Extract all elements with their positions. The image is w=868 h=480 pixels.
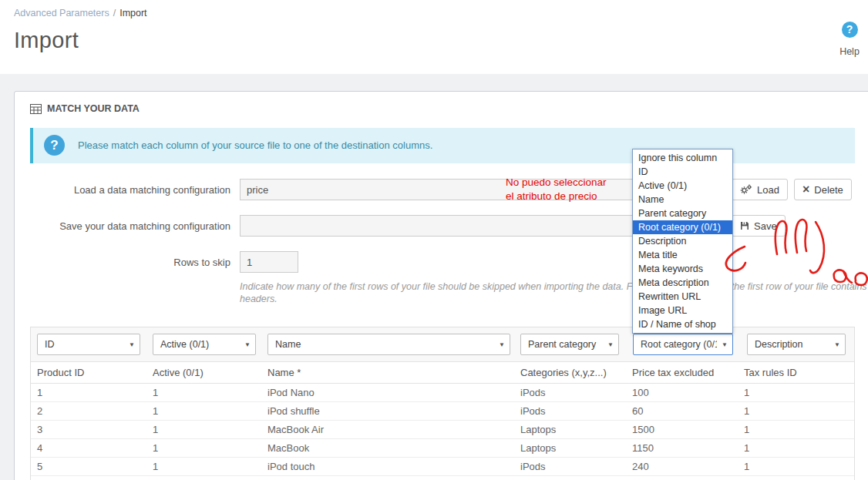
column-select-1-value: ID	[45, 339, 124, 350]
cell: iPod touch	[261, 458, 514, 476]
alert-message: Please match each column of your source …	[78, 139, 432, 151]
handwritten-note: No puedo seleccionar el atributo de prec…	[506, 176, 607, 203]
column-select-4-value: Parent category	[528, 339, 603, 350]
floppy-disk-icon	[740, 221, 749, 230]
chevron-down-icon: ▼	[499, 341, 505, 348]
table-row: 5 1 iPod touch iPods 240 1	[31, 458, 854, 476]
rows-to-skip-input[interactable]	[240, 251, 298, 273]
match-your-data-panel: MATCH YOUR DATA ? Please match each colu…	[14, 91, 868, 480]
dropdown-option[interactable]: Active (0/1)	[633, 179, 732, 193]
cell: 1	[738, 421, 854, 439]
column-header: Active (0/1)	[146, 362, 261, 384]
preview-table: Product ID Active (0/1) Name * Categorie…	[31, 362, 854, 480]
column-select-2-value: Active (0/1)	[160, 339, 240, 350]
chevron-down-icon: ▼	[244, 341, 251, 348]
cell: 5	[31, 458, 146, 476]
column-header: Tax rules ID	[738, 362, 854, 384]
column-select-5-value: Root category (0/1)	[641, 339, 717, 350]
help-label: Help	[832, 46, 867, 57]
dropdown-option-selected[interactable]: Root category (0/1)	[633, 220, 732, 234]
cell: 60	[626, 402, 738, 421]
cell: MacBook Air	[261, 421, 514, 439]
cell: 4	[31, 439, 146, 458]
column-header: Price tax excluded	[626, 362, 738, 384]
note-line: No puedo seleccionar	[506, 176, 607, 190]
destination-column-dropdown: Ignore this column ID Active (0/1) Name …	[632, 149, 733, 334]
help-icon[interactable]: ?	[842, 22, 858, 38]
dropdown-option[interactable]: Meta keywords	[633, 262, 732, 276]
page-title: Import	[14, 28, 868, 53]
column-select-6[interactable]: Description ▼	[747, 334, 846, 355]
dropdown-option[interactable]: Description	[633, 234, 732, 248]
cell: 1	[146, 384, 261, 402]
load-button-label: Load	[757, 184, 779, 196]
breadcrumb-current-link[interactable]: Import	[119, 8, 146, 18]
table-row: 4 1 MacBook Laptops 1150 1	[31, 439, 854, 458]
cell: iPods	[514, 458, 626, 476]
dropdown-option[interactable]: Image URL	[633, 304, 732, 317]
cell: Belkin Leather Folio for iPod nano - Bla…	[261, 476, 514, 480]
column-select-4[interactable]: Parent category ▼	[520, 334, 619, 355]
breadcrumb-parent-link[interactable]: Advanced Parameters	[14, 8, 109, 18]
cell: iPods	[514, 384, 626, 402]
panel-heading: MATCH YOUR DATA	[30, 102, 855, 116]
cell: 1	[146, 476, 261, 480]
cell: iPod Nano	[261, 384, 514, 402]
table-row: 2 1 iPod shuffle iPods 60 1	[31, 402, 854, 421]
cell: 1500	[626, 421, 738, 439]
dropdown-option[interactable]: Meta description	[633, 276, 732, 290]
dropdown-option[interactable]: Name	[633, 193, 732, 206]
load-config-label: Load a data matching configuration	[30, 184, 240, 196]
dropdown-option[interactable]: Meta title	[633, 248, 732, 262]
cell: 1	[31, 384, 146, 402]
column-header: Name *	[261, 362, 514, 384]
delete-button[interactable]: × Delete	[794, 179, 852, 200]
save-button-label: Save	[754, 220, 777, 232]
cell: 100	[626, 384, 738, 402]
cell: 3	[31, 421, 146, 439]
chevron-down-icon: ▼	[722, 341, 728, 348]
cell: 240	[626, 458, 738, 476]
column-select-6-value: Description	[755, 339, 829, 350]
cell: 1	[738, 402, 854, 421]
help-button[interactable]: ? Help	[832, 22, 867, 57]
cell: MacBook	[261, 439, 514, 458]
cell: 1	[146, 439, 261, 458]
column-select-3[interactable]: Name ▼	[267, 334, 510, 355]
column-select-1[interactable]: ID ▼	[37, 334, 140, 355]
panel-title: MATCH YOUR DATA	[47, 102, 140, 116]
table-row: 6 1 Belkin Leather Folio for iPod nano -…	[31, 476, 854, 480]
cell: 1	[146, 421, 261, 439]
dropdown-option[interactable]: ID	[633, 165, 732, 179]
table-row: 1 1 iPod Nano iPods 100 1	[31, 384, 854, 402]
breadcrumb: Advanced Parameters/Import	[14, 8, 868, 18]
column-select-2[interactable]: Active (0/1) ▼	[153, 334, 256, 355]
table-icon	[30, 104, 42, 114]
save-button[interactable]: Save	[732, 215, 786, 237]
cell: 1	[738, 384, 854, 402]
cell: 2	[31, 402, 146, 421]
dropdown-option[interactable]: ID / Name of shop	[633, 317, 732, 331]
dropdown-option[interactable]: Rewritten URL	[633, 290, 732, 304]
note-line: el atributo de precio	[506, 190, 607, 203]
table-row: 3 1 MacBook Air Laptops 1500 1	[31, 421, 854, 439]
cell: 6	[31, 476, 146, 480]
load-button[interactable]: Load	[732, 179, 788, 200]
cell: 35	[626, 476, 738, 480]
chevron-down-icon: ▼	[607, 341, 614, 348]
column-select-3-value: Name	[275, 339, 494, 350]
cell: 1	[146, 402, 261, 421]
dropdown-option[interactable]: Ignore this column	[633, 151, 732, 165]
chevron-down-icon: ▼	[129, 341, 135, 348]
question-icon: ?	[44, 135, 65, 156]
cell: Laptops	[514, 439, 626, 458]
column-header: Product ID	[31, 362, 146, 384]
breadcrumb-separator: /	[113, 8, 116, 18]
rows-to-skip-label: Rows to skip	[30, 257, 240, 268]
table-header-row: Product ID Active (0/1) Name * Categorie…	[31, 362, 854, 384]
delete-x-icon: ×	[802, 185, 809, 194]
column-select-5-open[interactable]: Root category (0/1) ▼	[633, 334, 733, 355]
top-header: Advanced Parameters/Import Import	[0, 0, 868, 74]
dropdown-option[interactable]: Parent category	[633, 206, 732, 220]
cell: 1	[738, 439, 854, 458]
